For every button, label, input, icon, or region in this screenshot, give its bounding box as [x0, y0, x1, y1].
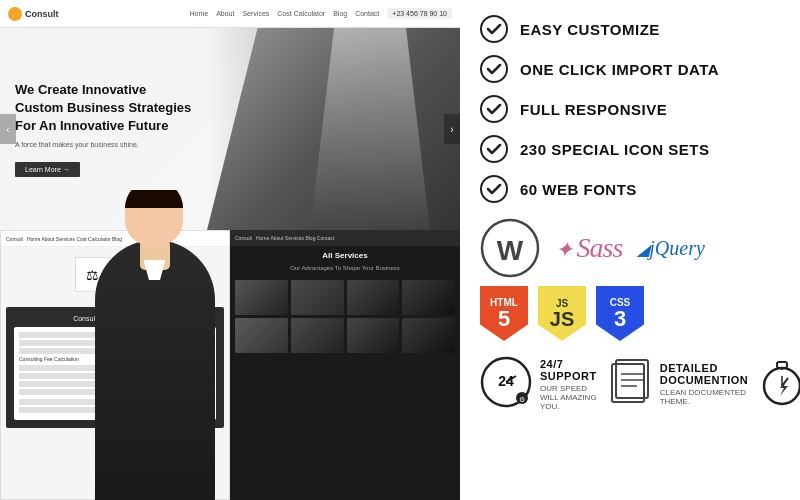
left-panel: Consult Home About Services Cost Calcula…	[0, 0, 460, 500]
woman-figure	[75, 190, 235, 500]
service-thumb-2	[291, 280, 344, 315]
check-icon-2	[480, 55, 508, 83]
dark-subtitle: Our Advantages To Shape Your Business	[230, 265, 460, 275]
badge-fast-support: FAST SUPPORT WE ARE WORKING NIGHT DAY.	[758, 356, 800, 412]
svg-text:24: 24	[498, 373, 514, 389]
badge-fast-icon	[758, 356, 800, 408]
tech-section: W ✦ Sass ◢jQuery HTML 5 JS	[480, 218, 780, 341]
svg-point-1	[481, 56, 507, 82]
service-thumb-8	[402, 318, 455, 353]
svg-rect-19	[777, 362, 787, 368]
css-number: 3	[614, 308, 626, 330]
feature-label-4: 230 SPECIAL ICON SETS	[520, 141, 709, 158]
tech-row-2: HTML 5 JS JS CSS 3	[480, 286, 780, 341]
js-badge: JS JS	[538, 286, 586, 341]
service-thumb-3	[347, 280, 400, 315]
feature-special-icons: 230 SPECIAL ICON SETS	[480, 135, 780, 163]
sass-label: ✦ Sass	[555, 232, 622, 264]
mockup-logo: Consult	[8, 7, 59, 21]
dark-nav: Consult Home About Services Blog Contact	[230, 230, 460, 246]
badge-docs-icon	[607, 356, 652, 408]
service-thumb-5	[235, 318, 288, 353]
tech-row-1: W ✦ Sass ◢jQuery	[480, 218, 780, 278]
mockup-navbar: Consult Home About Services Cost Calcula…	[0, 0, 460, 28]
mockup-phone: +23 456 78 90 10	[387, 8, 452, 19]
badge-docs-subtitle: CLEAN DOCUMENTED THEME.	[660, 388, 749, 406]
preview-dark: Consult Home About Services Blog Contact…	[230, 230, 460, 500]
hero-title: We Create InnovativeCustom Business Stra…	[15, 81, 191, 136]
badge-247-circle-container: 24 ⚙	[480, 356, 532, 412]
check-icon-3	[480, 95, 508, 123]
feature-label-2: ONE CLICK IMPORT DATA	[520, 61, 719, 78]
badge-docs-text: DETAILED DOCUMENTION CLEAN DOCUMENTED TH…	[660, 362, 749, 406]
badge-247-icon: 24 ⚙	[480, 356, 532, 408]
service-thumb-6	[291, 318, 344, 353]
woman-face	[125, 190, 183, 245]
js-label: JS	[556, 299, 568, 309]
feature-one-click-import: ONE CLICK IMPORT DATA	[480, 55, 780, 83]
html5-badge: HTML 5	[480, 286, 528, 341]
feature-web-fonts: 60 WEB FONTS	[480, 175, 780, 203]
svg-point-3	[481, 136, 507, 162]
svg-text:⚙: ⚙	[519, 396, 525, 403]
html-number: 5	[498, 308, 510, 330]
svg-point-2	[481, 96, 507, 122]
svg-point-4	[481, 176, 507, 202]
badge-docs-icon-container	[607, 356, 652, 412]
service-thumb-4	[402, 280, 455, 315]
css3-badge: CSS 3	[596, 286, 644, 341]
badge-docs: DETAILED DOCUMENTION CLEAN DOCUMENTED TH…	[607, 356, 749, 412]
feature-label-3: FULL RESPONSIVE	[520, 101, 667, 118]
feature-label-1: EASY CUSTOMIZE	[520, 21, 660, 38]
wordpress-icon: W	[480, 218, 540, 278]
check-icon-1	[480, 15, 508, 43]
feature-label-5: 60 WEB FONTS	[520, 181, 637, 198]
badge-fast-icon-container	[758, 356, 800, 412]
badge-247-text: 24/7 SUPPORT OUR SPEED WILL AMAZING YOU.	[540, 358, 597, 411]
all-services-title: All Services	[230, 246, 460, 265]
badge-247-subtitle: OUR SPEED WILL AMAZING YOU.	[540, 384, 597, 411]
svg-point-0	[481, 16, 507, 42]
next-arrow[interactable]: ›	[444, 114, 460, 144]
features-list: EASY CUSTOMIZE ONE CLICK IMPORT DATA FUL…	[480, 15, 780, 203]
badge-247-support: 24 ⚙ 24/7 SUPPORT OUR SPEED WILL AMAZING…	[480, 356, 597, 412]
bottom-badges: 24 ⚙ 24/7 SUPPORT OUR SPEED WILL AMAZING…	[480, 356, 780, 412]
check-icon-4	[480, 135, 508, 163]
woman-hair-top	[125, 190, 183, 208]
badge-docs-title: DETAILED DOCUMENTION	[660, 362, 749, 386]
prev-arrow[interactable]: ‹	[0, 114, 16, 144]
logo-icon	[8, 7, 22, 21]
services-grid	[230, 275, 460, 358]
badge-247-title: 24/7 SUPPORT	[540, 358, 597, 382]
jquery-label: ◢jQuery	[637, 237, 705, 260]
service-thumb-1	[235, 280, 288, 315]
right-panel: EASY CUSTOMIZE ONE CLICK IMPORT DATA FUL…	[460, 0, 800, 500]
js-number: JS	[550, 309, 574, 329]
feature-easy-customize: EASY CUSTOMIZE	[480, 15, 780, 43]
hero-content: We Create InnovativeCustom Business Stra…	[0, 61, 206, 198]
service-thumb-7	[347, 318, 400, 353]
hero-subtitle: A force that makes your business shine.	[15, 141, 191, 148]
check-icon-5	[480, 175, 508, 203]
hero-cta-button[interactable]: Learn More →	[15, 162, 80, 177]
feature-full-responsive: FULL RESPONSIVE	[480, 95, 780, 123]
svg-text:W: W	[497, 235, 524, 266]
mockup-nav-links: Home About Services Cost Calculator Blog…	[189, 10, 379, 17]
